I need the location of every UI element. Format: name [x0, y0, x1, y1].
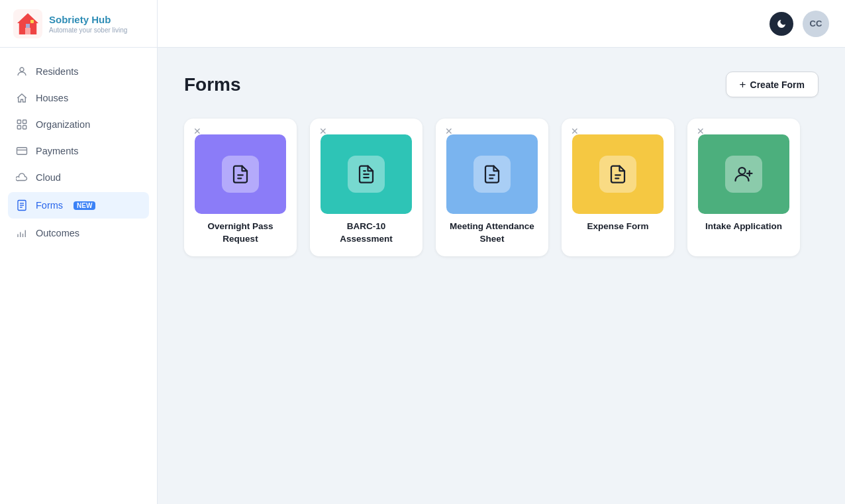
checklist-icon [356, 164, 376, 184]
sidebar-label-residents: Residents [36, 66, 78, 77]
sidebar-item-outcomes[interactable]: Outcomes [0, 220, 157, 246]
sidebar-item-payments[interactable]: Payments [0, 138, 157, 164]
forms-icon [16, 199, 28, 211]
form-card-icon-expense-form [599, 156, 636, 193]
form-card-overnight-pass[interactable]: ✕Overnight Pass Request [184, 119, 297, 256]
sidebar-item-residents[interactable]: Residents [0, 58, 157, 85]
svg-rect-5 [23, 120, 26, 123]
house-icon [16, 92, 28, 104]
svg-rect-6 [17, 126, 21, 129]
document-icon [482, 164, 502, 184]
sidebar-nav: Residents Houses Organization Payments C… [0, 48, 157, 504]
payments-icon [16, 145, 28, 157]
outcomes-icon [16, 227, 28, 239]
form-card-icon-wrap-overnight-pass [195, 134, 286, 214]
form-card-icon-overnight-pass [222, 156, 259, 193]
sidebar-item-forms[interactable]: Forms NEW [8, 192, 149, 219]
person-add-icon [734, 164, 754, 184]
form-card-close-meeting-attendance[interactable]: ✕ [445, 126, 453, 136]
sidebar-label-houses: Houses [36, 93, 68, 103]
sidebar-item-organization[interactable]: Organization [0, 111, 157, 138]
sidebar-label-outcomes: Outcomes [36, 228, 79, 238]
form-card-label-meeting-attendance: Meeting Attendance Sheet [446, 221, 538, 246]
main-area: CC Forms + Create Form ✕Overnight Pass R… [158, 0, 845, 504]
dark-mode-button[interactable] [770, 12, 793, 36]
document-icon [230, 164, 250, 184]
form-card-icon-wrap-barc10 [321, 134, 412, 214]
form-card-close-expense-form[interactable]: ✕ [571, 126, 579, 136]
document-icon [608, 164, 628, 184]
forms-grid: ✕Overnight Pass Request✕BARC-10 Assessme… [184, 119, 819, 256]
app-name: Sobriety Hub [49, 14, 127, 26]
sidebar-label-organization: Organization [36, 119, 90, 130]
create-form-button[interactable]: + Create Form [726, 72, 819, 97]
form-card-icon-meeting-attendance [473, 156, 511, 193]
sidebar-item-houses[interactable]: Houses [0, 85, 157, 111]
form-card-expense-form[interactable]: ✕Expense Form [562, 119, 674, 256]
form-card-icon-barc10 [348, 156, 385, 193]
content-area: Forms + Create Form ✕Overnight Pass Requ… [158, 48, 845, 504]
sidebar-label-cloud: Cloud [36, 172, 61, 183]
form-card-icon-wrap-intake-application [698, 134, 789, 214]
form-card-intake-application[interactable]: ✕Intake Application [687, 119, 800, 256]
form-card-label-intake-application: Intake Application [698, 221, 789, 233]
form-card-barc10[interactable]: ✕BARC-10 Assessment [310, 119, 422, 256]
cloud-icon [16, 172, 28, 183]
svg-rect-2 [30, 20, 34, 23]
topbar: CC [158, 0, 845, 48]
sidebar-item-cloud[interactable]: Cloud [0, 164, 157, 191]
sidebar-label-payments: Payments [36, 146, 78, 156]
page-header: Forms + Create Form [184, 72, 819, 97]
person-icon [16, 66, 28, 77]
avatar[interactable]: CC [803, 11, 829, 37]
form-card-icon-intake-application [725, 156, 762, 193]
form-card-close-barc10[interactable]: ✕ [319, 126, 327, 136]
svg-point-27 [739, 168, 746, 174]
sidebar: Sobriety Hub Automate your sober living … [0, 0, 158, 504]
app-name-wrap: Sobriety Hub Automate your sober living [49, 14, 127, 34]
moon-icon [776, 19, 787, 29]
svg-rect-7 [23, 126, 26, 129]
svg-rect-1 [25, 28, 30, 34]
svg-point-3 [20, 68, 24, 72]
plus-icon: + [740, 79, 746, 90]
page-title: Forms [184, 74, 241, 95]
form-card-label-overnight-pass: Overnight Pass Request [195, 221, 286, 246]
form-card-icon-wrap-meeting-attendance [446, 134, 538, 214]
form-card-label-expense-form: Expense Form [572, 221, 664, 233]
app-logo-icon [13, 9, 42, 38]
create-form-label: Create Form [750, 79, 805, 90]
svg-rect-4 [17, 120, 21, 123]
sidebar-label-forms: Forms [36, 200, 63, 211]
app-tagline: Automate your sober living [49, 26, 127, 34]
form-card-icon-wrap-expense-form [572, 134, 664, 214]
form-card-label-barc10: BARC-10 Assessment [321, 221, 412, 246]
org-icon [16, 119, 28, 130]
forms-badge: NEW [74, 201, 95, 210]
form-card-close-overnight-pass[interactable]: ✕ [193, 126, 201, 136]
form-card-close-intake-application[interactable]: ✕ [697, 126, 705, 136]
form-card-meeting-attendance[interactable]: ✕Meeting Attendance Sheet [436, 119, 548, 256]
svg-rect-8 [17, 148, 27, 155]
sidebar-logo: Sobriety Hub Automate your sober living [0, 0, 157, 48]
